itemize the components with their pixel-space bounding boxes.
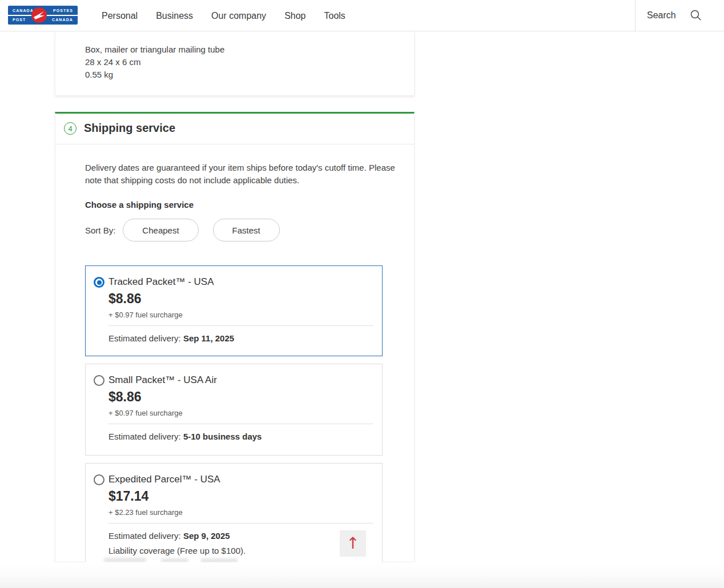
card-divider (108, 325, 373, 326)
main-nav: Personal Business Our company Shop Tools (102, 0, 345, 31)
service-option-tracked-packet-usa[interactable]: Tracked Packet™ - USA $8.86 + $0.97 fuel… (85, 265, 383, 356)
delivery-label: Estimated delivery: (108, 432, 183, 441)
logo-text-canada: CANADA (13, 9, 34, 13)
ghost-text-artifact (161, 558, 188, 562)
fuel-surcharge: + $0.97 fuel surcharge (108, 409, 183, 417)
sort-fastest-button[interactable]: Fastest (213, 219, 280, 241)
delivery-date: 5-10 business days (183, 432, 262, 441)
header-divider (635, 0, 635, 31)
service-price: $8.86 (108, 389, 142, 405)
radio-button-unselected[interactable] (94, 375, 104, 386)
package-type: Box, mailer or triangular mailing tube (85, 43, 224, 56)
service-option-small-packet-usa-air[interactable]: Small Packet™ - USA Air $8.86 + $0.97 fu… (85, 364, 383, 456)
delivery-date: Sep 9, 2025 (183, 531, 230, 541)
search-icon[interactable] (690, 9, 702, 24)
shipping-service-header: 4 Shipping service (55, 114, 414, 144)
section-title: Shipping service (84, 122, 175, 135)
fuel-surcharge: + $0.97 fuel surcharge (108, 311, 183, 319)
shipping-service-section: 4 Shipping service Delivery dates are gu… (55, 112, 415, 562)
service-name: Expedited Parcel™ - USA (108, 474, 220, 485)
radio-button-selected[interactable] (94, 277, 104, 288)
fuel-surcharge: + $2.23 fuel surcharge (108, 508, 183, 517)
logo-text-postes: POSTES (53, 9, 73, 13)
card-divider (108, 523, 373, 523)
package-summary-text: Box, mailer or triangular mailing tube 2… (85, 43, 224, 81)
page: CANADA POST POSTES CANADA Personal Busin… (0, 0, 724, 588)
wing-emblem-icon (31, 7, 47, 23)
logo-text-post: POST (13, 18, 26, 22)
delivery-guarantee-note: Delivery dates are guaranteed if your it… (85, 162, 396, 186)
liability-coverage-note: Liability coverage (Free up to $100). (108, 546, 246, 555)
logo-text-canada-fr: CANADA (52, 18, 73, 22)
choose-service-label: Choose a shipping service (85, 200, 194, 210)
nav-item-our-company[interactable]: Our company (211, 11, 266, 21)
delivery-date: Sep 11, 2025 (183, 333, 234, 343)
ghost-text-artifact (104, 558, 146, 562)
service-option-expedited-parcel-usa[interactable]: Expedited Parcel™ - USA $17.14 + $2.23 f… (85, 463, 383, 563)
back-to-top-button[interactable]: ↑ (340, 530, 366, 557)
nav-item-personal[interactable]: Personal (102, 11, 138, 21)
radio-dot (97, 280, 102, 285)
package-dimensions: 28 x 24 x 6 cm (85, 56, 224, 69)
sort-by-label: Sort By: (85, 225, 115, 235)
radio-button-unselected[interactable] (94, 474, 104, 485)
nav-item-tools[interactable]: Tools (324, 11, 345, 21)
estimated-delivery: Estimated delivery: Sep 9, 2025 (108, 531, 230, 541)
delivery-label: Estimated delivery: (108, 333, 183, 343)
card-divider (108, 424, 373, 424)
service-name: Tracked Packet™ - USA (108, 276, 214, 288)
service-price: $17.14 (108, 489, 148, 504)
nav-item-shop[interactable]: Shop (284, 11, 305, 21)
package-summary-card: Box, mailer or triangular mailing tube 2… (55, 31, 415, 96)
service-name: Small Packet™ - USA Air (108, 374, 217, 386)
up-arrow-icon: ↑ (346, 535, 359, 551)
nav-item-business[interactable]: Business (156, 11, 193, 21)
sort-controls: Sort By: Cheapest Fastest (85, 219, 294, 241)
delivery-label: Estimated delivery: (108, 531, 183, 541)
footer-band (0, 562, 724, 588)
canada-post-logo[interactable]: CANADA POST POSTES CANADA (8, 6, 78, 25)
estimated-delivery: Estimated delivery: 5-10 business days (108, 432, 262, 441)
sort-cheapest-button[interactable]: Cheapest (123, 219, 198, 241)
top-navigation-bar: CANADA POST POSTES CANADA Personal Busin… (0, 0, 724, 31)
package-weight: 0.55 kg (85, 69, 224, 81)
step-number-badge: 4 (64, 122, 77, 135)
estimated-delivery: Estimated delivery: Sep 11, 2025 (108, 333, 234, 343)
search-link[interactable]: Search (647, 10, 676, 21)
service-price: $8.86 (108, 291, 142, 307)
